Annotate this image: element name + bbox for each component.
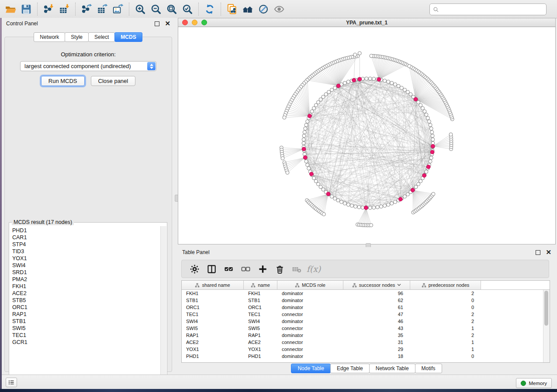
close-panel-x-icon[interactable]: ✕ (165, 21, 170, 26)
tab-style[interactable]: Style (65, 32, 89, 42)
export-image-button[interactable] (110, 2, 126, 17)
network-window-titlebar[interactable]: YPA_prune.txt_1 (178, 18, 556, 27)
export-network-button[interactable] (79, 2, 94, 17)
table-row[interactable]: SWI4SWI4dominator462 (182, 318, 550, 325)
result-list-item[interactable]: ORC1 (12, 304, 161, 311)
search-box[interactable] (429, 3, 547, 15)
cell-MCDS-role: connector (277, 326, 343, 331)
result-list-item[interactable]: TID3 (12, 248, 161, 255)
tab-network[interactable]: Network (34, 32, 65, 42)
result-list-item[interactable]: GCR1 (12, 339, 161, 346)
memory-button[interactable]: Memory (516, 378, 552, 388)
export-table-button[interactable] (94, 2, 110, 17)
result-list-item[interactable]: SRD1 (12, 269, 161, 276)
attribute-type-icon (422, 283, 426, 288)
export-network-icon (81, 3, 92, 15)
table-row[interactable]: TEC1TEC1connector472 (182, 311, 550, 318)
import-network-button[interactable] (41, 2, 56, 17)
result-list-item[interactable]: PHD1 (12, 227, 161, 234)
toolbar-buttons (0, 0, 287, 18)
columns-button[interactable] (204, 262, 219, 276)
tab-motifs[interactable]: Motifs (415, 364, 442, 373)
table-row[interactable]: SWI5SWI5connector431 (182, 325, 550, 332)
result-list-item[interactable]: STB1 (12, 318, 161, 325)
table-row[interactable]: FKH1FKH1dominator962 (182, 290, 550, 297)
open-button[interactable] (3, 2, 18, 17)
table-row[interactable]: YOX1YOX1connector291 (182, 346, 550, 353)
hide-details-button[interactable] (256, 2, 271, 17)
column-header-MCDS-role[interactable]: MCDS role (277, 281, 343, 289)
float-panel-icon[interactable] (155, 21, 159, 26)
cell-MCDS-role: dominator (277, 298, 343, 303)
table-row[interactable]: ORC1ORC1dominator610 (182, 304, 550, 311)
search-input[interactable] (441, 5, 546, 14)
network-view-canvas[interactable] (178, 27, 556, 244)
close-panel-button[interactable]: Close panel (91, 76, 136, 86)
column-header-shared-name[interactable]: shared name (182, 281, 244, 289)
table-row[interactable]: STB1STB1dominator620 (182, 297, 550, 304)
result-list-item[interactable]: TEC1 (12, 332, 161, 339)
result-list-item[interactable]: STB5 (12, 297, 161, 304)
result-list-item[interactable]: YOX1 (12, 255, 161, 262)
column-header-successor-nodes[interactable]: successor nodes (343, 281, 410, 289)
zoom-out-button[interactable] (148, 2, 164, 17)
close-panel-x-icon[interactable]: ✕ (546, 250, 551, 254)
result-list-item[interactable]: SWI4 (12, 262, 161, 269)
result-list-item[interactable]: RAP1 (12, 311, 161, 318)
zoom-in-button[interactable] (132, 2, 148, 17)
hide-all-columns-button[interactable] (238, 262, 253, 276)
application-window: Control Panel ✕ NetworkStyleSelectMCDS O… (0, 0, 557, 392)
vertical-splitter[interactable] (175, 18, 178, 375)
mcds-result-scrollbar[interactable] (160, 226, 166, 383)
column-header-name[interactable]: name (244, 281, 277, 289)
result-list-item[interactable]: SWI5 (12, 325, 161, 332)
home-button[interactable] (240, 2, 256, 17)
hide-details-icon (258, 3, 269, 15)
tab-mcds[interactable]: MCDS (114, 32, 142, 42)
result-list-item[interactable]: CAR1 (12, 234, 161, 241)
result-list-item[interactable]: PMA2 (12, 276, 161, 283)
optimization-criterion-select[interactable]: largest connected component (undirected) (20, 61, 156, 71)
result-list-item[interactable]: STP4 (12, 241, 161, 248)
column-header-predecessor-nodes[interactable]: predecessor nodes (410, 281, 481, 289)
zoom-selected-button[interactable] (180, 2, 195, 17)
settings-button[interactable] (187, 262, 202, 276)
run-mcds-button[interactable]: Run MCDS (41, 76, 85, 86)
import-table-button[interactable] (56, 2, 72, 17)
table-scrollbar[interactable] (543, 290, 550, 362)
save-icon (21, 3, 32, 15)
panel-list-button[interactable] (6, 378, 17, 387)
tab-network-table[interactable]: Network Table (369, 364, 415, 373)
cell-predecessor-nodes: 1 (410, 326, 481, 331)
save-button[interactable] (18, 2, 34, 17)
cell-predecessor-nodes: 2 (410, 333, 481, 338)
attribute-type-icon (195, 283, 200, 288)
cell-predecessor-nodes: 0 (410, 298, 481, 303)
cell-MCDS-role: connector (277, 347, 343, 352)
table-row[interactable]: ACE2ACE2connector311 (182, 339, 550, 346)
cell-successor-nodes: 46 (343, 319, 410, 324)
mcds-result-list[interactable]: PHD1CAR1STP4TID3YOX1SWI4SRD1PMA2FKH1ACE2… (10, 226, 161, 383)
tab-select[interactable]: Select (88, 32, 115, 42)
tab-edge-table[interactable]: Edge Table (330, 364, 370, 373)
table-row[interactable]: PHD1PHD1dominator180 (182, 353, 550, 360)
delete-column-button[interactable] (272, 262, 287, 276)
cell-shared-name: YOX1 (182, 347, 244, 352)
zoom-fit-button[interactable] (164, 2, 180, 17)
clone-network-button[interactable] (224, 2, 240, 17)
refresh-button[interactable] (202, 2, 218, 17)
scrollbar-thumb[interactable] (544, 291, 548, 326)
show-details-button[interactable] (271, 2, 287, 17)
result-list-item[interactable]: ACE2 (12, 290, 161, 297)
result-list-item[interactable]: FKH1 (12, 283, 161, 290)
network-graph[interactable] (178, 27, 555, 244)
show-all-columns-button[interactable] (221, 262, 236, 276)
cell-successor-nodes: 29 (343, 347, 410, 352)
table-row[interactable]: RAP1RAP1dominator352 (182, 332, 550, 339)
cell-shared-name: STB1 (182, 298, 244, 303)
float-panel-icon[interactable] (536, 250, 540, 255)
add-column-button[interactable] (255, 262, 270, 276)
toolbar-separator (129, 3, 129, 16)
tab-node-table[interactable]: Node Table (291, 364, 331, 373)
network-window: YPA_prune.txt_1 (178, 18, 556, 244)
